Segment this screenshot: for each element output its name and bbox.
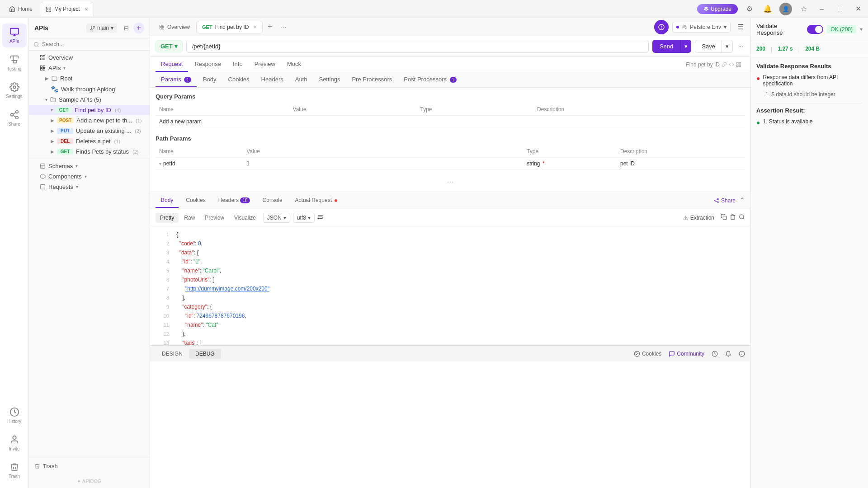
validate-toggle[interactable] bbox=[807, 25, 823, 34]
community-bottom[interactable]: Community bbox=[669, 351, 704, 357]
save-dropdown-btn[interactable]: ▾ bbox=[722, 40, 733, 53]
svg-rect-3 bbox=[47, 9, 48, 11]
req-tab-response[interactable]: Response bbox=[189, 57, 226, 72]
sidebar-item-invite[interactable]: Invite bbox=[2, 431, 27, 455]
add-param-label[interactable]: Add a new param bbox=[156, 116, 745, 128]
save-button[interactable]: Save bbox=[695, 40, 722, 53]
share-btn[interactable]: Share bbox=[714, 197, 736, 204]
tree-apis[interactable]: APIs ▾ bbox=[29, 63, 150, 73]
resp-tab-console[interactable]: Console bbox=[257, 193, 288, 208]
wrap-btn[interactable] bbox=[316, 212, 326, 223]
debug-tab[interactable]: DEBUG bbox=[189, 349, 221, 359]
tree-walk[interactable]: 🐾 Walk through Apidog bbox=[29, 84, 150, 94]
tree-deletepet[interactable]: ▶ DEL Deletes a pet (1) bbox=[29, 136, 150, 146]
sidebar-item-share[interactable]: Share bbox=[2, 106, 27, 130]
fmt-tab-pretty[interactable]: Pretty bbox=[156, 213, 179, 223]
tree-trash[interactable]: Trash bbox=[29, 461, 150, 471]
bell-bottom[interactable] bbox=[725, 351, 731, 357]
sidebar-item-apis[interactable]: APIs bbox=[2, 23, 27, 47]
extraction-btn[interactable]: Extraction bbox=[679, 213, 718, 223]
params-tab-params[interactable]: Params 1 bbox=[156, 72, 197, 87]
params-tab-settings[interactable]: Settings bbox=[313, 72, 345, 87]
tab-findpet[interactable]: GET Find pet by ID ✕ bbox=[196, 21, 263, 33]
tree-sample-apis[interactable]: ▾ Sample APIs (5) bbox=[29, 94, 150, 105]
params-tab-body[interactable]: Body bbox=[198, 72, 222, 87]
params-tab-preprocessors[interactable]: Pre Processors bbox=[346, 72, 397, 87]
design-tab[interactable]: DESIGN bbox=[156, 349, 189, 359]
send-button[interactable]: Send bbox=[652, 40, 680, 53]
sidebar-toggle-btn[interactable]: ☰ bbox=[734, 21, 747, 33]
params-more-btn[interactable]: ··· bbox=[156, 177, 745, 187]
search-response-btn[interactable] bbox=[739, 214, 745, 221]
params-tab-auth[interactable]: Auth bbox=[290, 72, 313, 87]
settings-icon-btn[interactable]: ⚙ bbox=[743, 3, 756, 15]
cookies-bottom[interactable]: Cookies bbox=[634, 351, 661, 357]
root-label: Root bbox=[60, 75, 72, 82]
method-selector[interactable]: GET ▾ bbox=[156, 40, 183, 52]
url-input[interactable] bbox=[186, 40, 649, 53]
req-tab-info[interactable]: Info bbox=[227, 57, 248, 72]
bookmark-icon-btn[interactable]: ☆ bbox=[797, 3, 810, 15]
clock-bottom[interactable] bbox=[712, 351, 718, 357]
petid-input[interactable] bbox=[246, 160, 519, 167]
sidebar-item-settings[interactable]: Settings bbox=[2, 79, 27, 103]
tree-requests[interactable]: Requests ▾ bbox=[29, 182, 150, 192]
tab-project[interactable]: My Project ✕ bbox=[40, 2, 94, 16]
resp-tab-body[interactable]: Body bbox=[156, 193, 179, 208]
json-format-select[interactable]: JSON ▾ bbox=[263, 213, 290, 223]
req-tab-mock[interactable]: Mock bbox=[282, 57, 307, 72]
tree-root[interactable]: ▶ Root bbox=[29, 73, 150, 84]
tree-addpet[interactable]: ▶ POST Add a new pet to th... (1) bbox=[29, 115, 150, 126]
notifications-icon-btn[interactable]: 🔔 bbox=[761, 3, 774, 15]
close-btn[interactable]: ✕ bbox=[852, 3, 864, 15]
url-more-btn[interactable]: ··· bbox=[736, 41, 745, 52]
tree-findpet[interactable]: ▾ GET Find pet by ID (4) bbox=[29, 105, 150, 115]
encoding-select[interactable]: utf8 ▾ bbox=[293, 213, 315, 223]
send-dropdown-btn[interactable]: ▾ bbox=[680, 40, 691, 53]
tab-close-icon[interactable]: ✕ bbox=[85, 7, 88, 12]
collapse-resp-btn[interactable]: ⌃ bbox=[739, 196, 745, 205]
search-input[interactable] bbox=[42, 41, 145, 47]
validate-collapse-arrow[interactable]: ▾ bbox=[860, 26, 863, 33]
fmt-tab-raw[interactable]: Raw bbox=[179, 213, 199, 223]
req-tab-request[interactable]: Request bbox=[156, 57, 188, 72]
params-tab-cookies[interactable]: Cookies bbox=[223, 72, 255, 87]
tree-components[interactable]: Components ▾ bbox=[29, 171, 150, 182]
clear-response-btn[interactable] bbox=[730, 214, 736, 221]
copy-response-btn[interactable] bbox=[721, 214, 727, 221]
svg-rect-38 bbox=[737, 62, 739, 64]
info-bottom[interactable] bbox=[739, 351, 745, 357]
sidebar-item-trash[interactable]: Trash bbox=[2, 459, 27, 483]
fmt-tab-preview[interactable]: Preview bbox=[200, 213, 229, 223]
tree-findstatus[interactable]: ▶ GET Finds Pets by status (2) bbox=[29, 146, 150, 157]
code-line-13: 13 "tags": [ bbox=[150, 338, 750, 345]
tab-overview[interactable]: Overview bbox=[154, 21, 195, 33]
new-tab-btn[interactable]: + bbox=[264, 21, 276, 33]
maximize-btn[interactable]: □ bbox=[834, 3, 846, 15]
resp-tab-actual[interactable]: Actual Request bbox=[290, 193, 343, 208]
tab-home[interactable]: Home bbox=[4, 2, 38, 16]
filter-btn[interactable]: ⊟ bbox=[121, 23, 132, 33]
upgrade-button[interactable]: Upgrade bbox=[697, 4, 738, 14]
tree-overview[interactable]: Overview bbox=[29, 52, 150, 63]
req-tab-preview[interactable]: Preview bbox=[249, 57, 281, 72]
sidebar-item-history[interactable]: History bbox=[2, 404, 27, 427]
params-tab-postprocessors[interactable]: Post Processors 1 bbox=[398, 72, 462, 87]
minimize-btn[interactable]: – bbox=[816, 3, 828, 15]
avatar[interactable]: 👤 bbox=[779, 3, 792, 15]
svg-marker-31 bbox=[40, 174, 45, 179]
tab-close-x[interactable]: ✕ bbox=[253, 24, 257, 29]
tab-more-btn[interactable]: ··· bbox=[277, 21, 290, 33]
resp-tab-headers[interactable]: Headers 18 bbox=[213, 193, 255, 208]
expand-arrow[interactable]: ▾ bbox=[159, 161, 161, 166]
env-selector[interactable]: Petstore Env ▾ bbox=[672, 22, 731, 33]
sidebar-item-testing[interactable]: Testing bbox=[2, 51, 27, 75]
branch-selector[interactable]: main ▾ bbox=[86, 23, 117, 33]
resp-tab-cookies[interactable]: Cookies bbox=[180, 193, 211, 208]
tree-schemas[interactable]: Schemas ▾ bbox=[29, 161, 150, 171]
fmt-tab-visualize[interactable]: Visualize bbox=[230, 213, 260, 223]
add-btn[interactable]: + bbox=[133, 23, 144, 33]
params-tab-headers[interactable]: Headers bbox=[256, 72, 289, 87]
path-param-value[interactable] bbox=[243, 158, 523, 170]
tree-updatepet[interactable]: ▶ PUT Update an existing ... (2) bbox=[29, 126, 150, 136]
